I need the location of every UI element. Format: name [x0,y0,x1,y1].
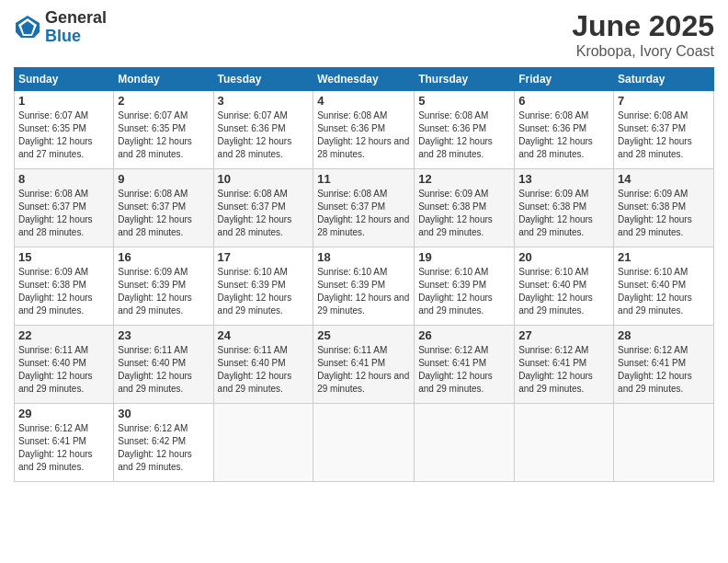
table-row: 7 Sunrise: 6:08 AMSunset: 6:37 PMDayligh… [614,91,714,169]
header: General Blue June 2025 Krobopa, Ivory Co… [14,9,714,60]
day-number: 27 [518,328,609,342]
logo-text: General Blue [45,9,107,46]
title-block: June 2025 Krobopa, Ivory Coast [572,9,714,60]
day-info: Sunrise: 6:12 AMSunset: 6:41 PMDaylight:… [518,345,593,394]
day-info: Sunrise: 6:08 AMSunset: 6:36 PMDaylight:… [418,110,493,159]
day-number: 23 [118,328,209,342]
day-info: Sunrise: 6:08 AMSunset: 6:36 PMDaylight:… [518,110,593,159]
calendar-week-row: 8 Sunrise: 6:08 AMSunset: 6:37 PMDayligh… [15,169,714,247]
day-number: 28 [618,328,710,342]
logo-general: General [45,9,107,28]
table-row [614,404,714,482]
day-info: Sunrise: 6:09 AMSunset: 6:38 PMDaylight:… [18,267,93,316]
header-sunday: Sunday [15,68,114,91]
day-number: 14 [618,172,710,186]
table-row: 19 Sunrise: 6:10 AMSunset: 6:39 PMDaylig… [415,247,515,326]
table-row: 5 Sunrise: 6:08 AMSunset: 6:36 PMDayligh… [415,91,515,169]
table-row: 8 Sunrise: 6:08 AMSunset: 6:37 PMDayligh… [15,169,114,247]
day-info: Sunrise: 6:09 AMSunset: 6:38 PMDaylight:… [618,189,692,237]
logo-icon [14,14,41,41]
day-number: 3 [218,94,310,108]
day-info: Sunrise: 6:12 AMSunset: 6:41 PMDaylight:… [418,345,493,394]
day-number: 17 [218,250,310,264]
table-row: 10 Sunrise: 6:08 AMSunset: 6:37 PMDaylig… [213,169,313,247]
day-info: Sunrise: 6:10 AMSunset: 6:40 PMDaylight:… [518,267,593,316]
day-info: Sunrise: 6:12 AMSunset: 6:41 PMDaylight:… [618,345,692,394]
table-row [213,404,313,482]
day-number: 26 [418,328,510,342]
day-info: Sunrise: 6:07 AMSunset: 6:35 PMDaylight:… [118,110,192,159]
header-tuesday: Tuesday [213,68,313,91]
table-row [515,404,614,482]
table-row: 11 Sunrise: 6:08 AMSunset: 6:37 PMDaylig… [313,169,415,247]
table-row: 4 Sunrise: 6:08 AMSunset: 6:36 PMDayligh… [313,91,415,169]
table-row [415,404,515,482]
table-row: 20 Sunrise: 6:10 AMSunset: 6:40 PMDaylig… [515,247,614,326]
day-number: 7 [618,94,710,108]
day-number: 19 [418,250,510,264]
day-info: Sunrise: 6:08 AMSunset: 6:37 PMDaylight:… [218,189,292,237]
day-info: Sunrise: 6:08 AMSunset: 6:37 PMDaylight:… [317,189,409,237]
table-row: 13 Sunrise: 6:09 AMSunset: 6:38 PMDaylig… [515,169,614,247]
table-row: 26 Sunrise: 6:12 AMSunset: 6:41 PMDaylig… [415,326,515,404]
day-number: 12 [418,172,510,186]
day-number: 5 [418,94,510,108]
calendar-week-row: 1 Sunrise: 6:07 AMSunset: 6:35 PMDayligh… [15,91,714,169]
table-row: 18 Sunrise: 6:10 AMSunset: 6:39 PMDaylig… [313,247,415,326]
day-number: 20 [518,250,609,264]
day-info: Sunrise: 6:10 AMSunset: 6:39 PMDaylight:… [218,267,292,316]
day-info: Sunrise: 6:09 AMSunset: 6:38 PMDaylight:… [418,189,493,237]
header-friday: Friday [515,68,614,91]
calendar-header-row: Sunday Monday Tuesday Wednesday Thursday… [15,68,714,91]
day-number: 6 [518,94,609,108]
table-row: 17 Sunrise: 6:10 AMSunset: 6:39 PMDaylig… [213,247,313,326]
table-row: 15 Sunrise: 6:09 AMSunset: 6:38 PMDaylig… [15,247,114,326]
day-info: Sunrise: 6:11 AMSunset: 6:41 PMDaylight:… [317,345,409,394]
table-row: 24 Sunrise: 6:11 AMSunset: 6:40 PMDaylig… [213,326,313,404]
table-row: 14 Sunrise: 6:09 AMSunset: 6:38 PMDaylig… [614,169,714,247]
day-info: Sunrise: 6:10 AMSunset: 6:39 PMDaylight:… [317,267,409,316]
table-row: 21 Sunrise: 6:10 AMSunset: 6:40 PMDaylig… [614,247,714,326]
day-info: Sunrise: 6:12 AMSunset: 6:42 PMDaylight:… [118,423,192,472]
calendar-week-row: 29 Sunrise: 6:12 AMSunset: 6:41 PMDaylig… [15,404,714,482]
day-number: 25 [317,328,410,342]
day-number: 16 [118,250,209,264]
day-info: Sunrise: 6:09 AMSunset: 6:38 PMDaylight:… [518,189,593,237]
calendar-week-row: 15 Sunrise: 6:09 AMSunset: 6:38 PMDaylig… [15,247,714,326]
day-info: Sunrise: 6:11 AMSunset: 6:40 PMDaylight:… [118,345,192,394]
table-row [313,404,415,482]
day-info: Sunrise: 6:08 AMSunset: 6:36 PMDaylight:… [317,110,409,159]
day-info: Sunrise: 6:09 AMSunset: 6:39 PMDaylight:… [118,267,192,316]
day-number: 13 [518,172,609,186]
day-info: Sunrise: 6:08 AMSunset: 6:37 PMDaylight:… [618,110,692,159]
table-row: 3 Sunrise: 6:07 AMSunset: 6:36 PMDayligh… [213,91,313,169]
table-row: 27 Sunrise: 6:12 AMSunset: 6:41 PMDaylig… [515,326,614,404]
table-row: 28 Sunrise: 6:12 AMSunset: 6:41 PMDaylig… [614,326,714,404]
day-number: 30 [118,407,209,420]
table-row: 16 Sunrise: 6:09 AMSunset: 6:39 PMDaylig… [114,247,213,326]
day-info: Sunrise: 6:12 AMSunset: 6:41 PMDaylight:… [18,423,93,472]
day-number: 10 [218,172,310,186]
header-monday: Monday [114,68,213,91]
day-info: Sunrise: 6:10 AMSunset: 6:40 PMDaylight:… [618,267,692,316]
table-row: 23 Sunrise: 6:11 AMSunset: 6:40 PMDaylig… [114,326,213,404]
table-row: 6 Sunrise: 6:08 AMSunset: 6:36 PMDayligh… [515,91,614,169]
day-number: 24 [218,328,310,342]
day-number: 18 [317,250,410,264]
table-row: 25 Sunrise: 6:11 AMSunset: 6:41 PMDaylig… [313,326,415,404]
table-row: 29 Sunrise: 6:12 AMSunset: 6:41 PMDaylig… [15,404,114,482]
day-info: Sunrise: 6:07 AMSunset: 6:36 PMDaylight:… [218,110,292,159]
day-number: 11 [317,172,410,186]
day-number: 15 [18,250,109,264]
table-row: 2 Sunrise: 6:07 AMSunset: 6:35 PMDayligh… [114,91,213,169]
day-number: 21 [618,250,710,264]
table-row: 30 Sunrise: 6:12 AMSunset: 6:42 PMDaylig… [114,404,213,482]
calendar-table: Sunday Monday Tuesday Wednesday Thursday… [14,67,714,482]
day-info: Sunrise: 6:07 AMSunset: 6:35 PMDaylight:… [18,110,93,159]
table-row: 22 Sunrise: 6:11 AMSunset: 6:40 PMDaylig… [15,326,114,404]
logo: General Blue [14,9,107,46]
calendar-week-row: 22 Sunrise: 6:11 AMSunset: 6:40 PMDaylig… [15,326,714,404]
header-saturday: Saturday [614,68,714,91]
day-info: Sunrise: 6:11 AMSunset: 6:40 PMDaylight:… [18,345,93,394]
day-number: 4 [317,94,410,108]
